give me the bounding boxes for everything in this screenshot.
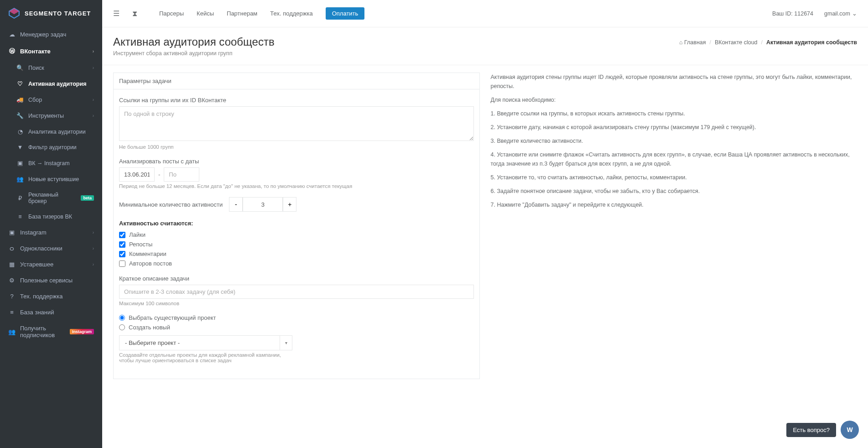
sidebar-item-label: Аналитика аудитории: [28, 129, 86, 135]
sidebar-item-label: Новые вступившие: [28, 176, 79, 182]
topnav-item[interactable]: Парсеры: [159, 10, 184, 17]
user-email: gmail.com: [824, 10, 850, 17]
checkbox-row[interactable]: Комментарии: [119, 250, 474, 257]
checkbox[interactable]: [119, 241, 125, 248]
sidebar-item[interactable]: ☁Менеджер задач: [0, 26, 102, 42]
svg-marker-1: [9, 8, 19, 14]
sidebar-item[interactable]: ⚙Полезные сервисы: [0, 272, 102, 288]
project-hint: Создавайте отдельные проекты для каждой …: [119, 352, 292, 363]
info-text: 7. Нажмите "Добавить задачу" и перейдите…: [491, 200, 858, 209]
vk-icon: Ⓦ: [8, 47, 16, 55]
sidebar-item[interactable]: 👥Новые вступившие: [0, 171, 102, 187]
sidebar-item[interactable]: ≡База тизеров ВК: [0, 209, 102, 224]
info-text: Для поиска необходимо:: [491, 95, 858, 104]
sidebar-item-label: База знаний: [20, 309, 54, 316]
sidebar-item[interactable]: 🚚Сбор›: [0, 92, 102, 108]
instagram-icon: ▣: [16, 160, 24, 167]
chevron-right-icon: ›: [93, 246, 94, 251]
desc-hint: Максимум 100 символов: [119, 301, 474, 306]
sidebar-item-label: Instagram: [20, 229, 47, 236]
links-textarea[interactable]: [119, 106, 474, 141]
search-icon: 🔍: [16, 64, 24, 71]
chevron-right-icon: ›: [93, 97, 94, 102]
form-panel: Параметры задачи Ссылки на группы или их…: [113, 73, 480, 379]
topbar: ☰ ⧗ ПарсерыКейсыПартнерамТех. поддержка …: [102, 0, 868, 27]
sidebar-item[interactable]: ▼Фильтр аудитории: [0, 140, 102, 155]
hamburger-icon[interactable]: ☰: [113, 9, 120, 18]
topnav-item[interactable]: Кейсы: [197, 10, 214, 17]
desc-label: Краткое описание задачи: [119, 275, 474, 282]
breadcrumb-separator: /: [761, 39, 763, 46]
project-select[interactable]: - Выберите проект -: [119, 335, 292, 350]
checkbox-row[interactable]: Лайки: [119, 231, 474, 238]
instagram-icon: ▣: [8, 229, 16, 236]
sidebar-item[interactable]: ▦Устаревшее›: [0, 256, 102, 272]
desc-input[interactable]: [119, 285, 474, 299]
badge: Instagram: [70, 329, 94, 334]
chevron-right-icon: ›: [93, 65, 94, 70]
chevron-right-icon: ›: [93, 113, 94, 118]
checkbox-row[interactable]: Авторов постов: [119, 260, 474, 267]
ruble-icon: ₽: [16, 195, 24, 202]
date-label: Анализировать посты с даты: [119, 158, 474, 165]
radio[interactable]: [119, 315, 125, 321]
activity-input[interactable]: [243, 197, 283, 212]
vk-fab-button[interactable]: W: [841, 421, 859, 439]
sidebar-item[interactable]: ≡База знаний: [0, 304, 102, 320]
sidebar-item-label: Сбор: [28, 97, 42, 103]
topnav-item[interactable]: Партнерам: [227, 10, 257, 17]
sidebar-item-label: Поиск: [28, 65, 44, 71]
pay-button[interactable]: Оплатить: [326, 7, 365, 20]
sidebar-item-label: Менеджер задач: [20, 31, 66, 38]
badge: beta: [81, 195, 94, 201]
sidebar-item-label: База тизеров ВК: [28, 214, 72, 220]
chevron-right-icon: ›: [93, 262, 94, 267]
cogs-icon: ⚙: [8, 277, 16, 284]
sidebar-item[interactable]: ◔Аналитика аудитории: [0, 124, 102, 140]
breadcrumb: ⌂ Главная/ВКонтакте cloud/Активная аудит…: [679, 39, 857, 46]
sidebar-item[interactable]: ▣Instagram›: [0, 224, 102, 240]
database-icon: ≡: [8, 309, 16, 316]
users-icon: 👥: [16, 176, 24, 182]
sidebar-item[interactable]: 🔧Инструменты›: [0, 108, 102, 124]
sidebar-item[interactable]: ♡Активная аудитория: [0, 76, 102, 92]
radio-row[interactable]: Выбрать существующий проект: [119, 314, 474, 321]
hourglass-icon[interactable]: ⧗: [132, 10, 137, 18]
radio[interactable]: [119, 324, 125, 330]
sidebar-item[interactable]: ₽Рекламный брокерbeta: [0, 187, 102, 209]
sidebar-item[interactable]: ⓌВКонтакте›: [0, 42, 102, 60]
truck-icon: 🚚: [16, 96, 24, 103]
activity-label: Минимальное количество активности: [119, 201, 223, 208]
page-subtitle: Инструмент сбора активной аудитории груп…: [113, 50, 275, 57]
database-icon: ≡: [16, 214, 24, 220]
breadcrumb-item[interactable]: ⌂ Главная: [679, 39, 706, 46]
sidebar-item[interactable]: 👥Получить подписчиковInstagram: [0, 320, 102, 343]
checkbox[interactable]: [119, 260, 125, 267]
activity-heading: Активностью считаются:: [119, 220, 474, 227]
date-to-input[interactable]: [164, 167, 199, 182]
checkbox-row[interactable]: Репосты: [119, 241, 474, 248]
help-bubble[interactable]: Есть вопрос?: [786, 423, 836, 437]
wrench-icon: 🔧: [16, 112, 24, 119]
filter-icon: ▼: [16, 144, 24, 151]
breadcrumb-item[interactable]: ВКонтакте cloud: [715, 39, 758, 46]
radio-row[interactable]: Создать новый: [119, 324, 474, 331]
page-title: Активная аудитория сообществ: [113, 36, 275, 48]
date-from-input[interactable]: [119, 167, 155, 182]
sidebar-item[interactable]: 🔍Поиск›: [0, 60, 102, 76]
user-menu[interactable]: gmail.com ⌄: [824, 10, 857, 17]
sidebar-item[interactable]: ▣ВК → Instagram: [0, 155, 102, 171]
stepper-plus-button[interactable]: +: [283, 197, 296, 212]
stepper-minus-button[interactable]: -: [229, 197, 243, 212]
sidebar-item-label: Полезные сервисы: [20, 277, 73, 284]
topnav-item[interactable]: Тех. поддержка: [270, 10, 312, 17]
links-label: Ссылки на группы или их ID ВКонтакте: [119, 97, 474, 104]
checkbox[interactable]: [119, 251, 125, 257]
logo-icon: [8, 7, 20, 19]
checkbox-label: Лайки: [129, 231, 146, 238]
sidebar-item[interactable]: ?Тех. поддержка: [0, 288, 102, 304]
checkbox[interactable]: [119, 232, 125, 238]
sidebar-item[interactable]: ѻОдноклассники›: [0, 240, 102, 256]
logo[interactable]: SEGMENTO TARGET: [0, 0, 102, 26]
sidebar-item-label: Активная аудитория: [28, 81, 86, 87]
